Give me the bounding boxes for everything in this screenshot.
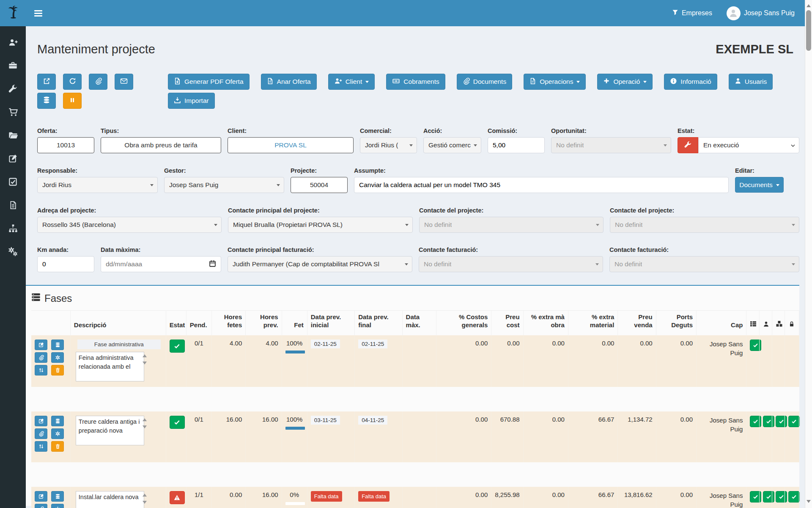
row-settings-button[interactable] (51, 428, 64, 439)
falta-data-badge[interactable]: Falta data (358, 491, 390, 502)
sidebar-item-clients[interactable] (0, 31, 26, 55)
stepper-arrows[interactable] (143, 491, 147, 506)
estat-wrench-button[interactable] (678, 137, 698, 153)
scroll-up-arrow[interactable] (807, 2, 811, 7)
check-button[interactable] (788, 416, 800, 427)
row-database-button[interactable] (51, 416, 64, 426)
costos-value: 0.00 (436, 487, 491, 508)
data-final-chip[interactable]: 04-11-25 (358, 416, 387, 425)
sidebar-item-compres[interactable] (0, 101, 26, 124)
client-field[interactable]: PROVA SL (228, 137, 354, 153)
check-button[interactable] (788, 491, 800, 502)
hores-fetes-value: 0.00 (212, 487, 246, 508)
estat-select[interactable]: En execució (698, 137, 799, 153)
sidebar-toggle-button[interactable] (34, 10, 42, 17)
attach-button[interactable] (89, 74, 107, 90)
caret-down-icon (365, 81, 369, 85)
data-maxima-input[interactable]: dd/mm/aaaa (101, 256, 221, 272)
row-attach-button[interactable] (35, 428, 47, 439)
comercial-select[interactable]: Jordi Rius ( (360, 137, 417, 153)
contacte-facturacio-1-label: Contacte facturació: (419, 246, 603, 253)
row-edit-button[interactable] (35, 416, 47, 426)
data-inicial-chip[interactable]: 02-11-25 (311, 340, 340, 348)
fase-description-textarea[interactable]: Treure caldera antiga i preparació nova (76, 416, 144, 445)
sidebar-item-tasques[interactable] (0, 171, 26, 194)
importar-button[interactable]: Importar (168, 93, 215, 109)
row-delete-button[interactable] (51, 365, 64, 375)
sidebar-item-projectes[interactable] (0, 124, 26, 148)
vertical-scrollbar[interactable] (805, 0, 812, 508)
calendar-icon[interactable] (209, 260, 216, 269)
contacte-projecte-2-select[interactable]: No definit (610, 217, 799, 233)
row-sort-button[interactable] (35, 365, 47, 375)
row-sort-button[interactable] (35, 441, 47, 452)
contacte-facturacio-1-select[interactable]: No definit (419, 256, 603, 272)
generar-pdf-oferta-button[interactable]: Generar PDF Oferta (168, 74, 250, 90)
database-button[interactable] (37, 93, 56, 109)
pause-button[interactable] (63, 93, 82, 109)
cobraments-button[interactable]: Cobraments (386, 74, 445, 90)
oportunitat-select[interactable]: No definit (551, 137, 671, 153)
row-attach-button[interactable] (35, 352, 47, 363)
km-anada-input[interactable] (37, 256, 94, 272)
row-settings-button[interactable] (51, 352, 64, 363)
accio-select[interactable]: Gestió comercial (423, 137, 481, 153)
col-preu-cost: Preu cost (491, 311, 523, 335)
sidebar-item-edicio[interactable] (0, 148, 26, 171)
contacte-principal-facturacio-select[interactable]: Judith Permanyer (Cap de comptabilitat P… (228, 256, 412, 272)
estat-warning-button[interactable] (170, 491, 185, 504)
contacte-projecte-1-select[interactable]: No definit (419, 217, 604, 233)
app-logo[interactable] (0, 0, 26, 26)
scroll-down-arrow[interactable] (807, 500, 811, 505)
sidebar-item-documents[interactable] (0, 194, 26, 218)
sidebar-item-organitzacio[interactable] (0, 218, 26, 241)
hores-fetes-value: 16.00 (212, 411, 246, 462)
empreses-menu[interactable]: Empreses (672, 9, 712, 17)
fase-row-3: Instal.lar caldera nova 1/1 0.00 16.00 0… (31, 487, 799, 508)
data-final-chip[interactable]: 02-11-25 (358, 340, 387, 348)
nova-operacio-dropdown-button[interactable]: Operació (597, 74, 653, 90)
gestor-select[interactable]: Josep Sans Puig (164, 177, 284, 193)
scrollbar-thumb[interactable] (806, 10, 811, 51)
refresh-button[interactable] (63, 74, 82, 90)
estat-ok-button[interactable] (170, 416, 185, 429)
row-edit-button[interactable] (35, 340, 47, 350)
chevron-down-icon (790, 143, 796, 148)
sidebar-item-configuracio[interactable] (0, 241, 26, 264)
stepper-arrows[interactable] (143, 416, 147, 431)
client-dropdown-button[interactable]: Client (328, 74, 375, 90)
tipus-field[interactable]: Obra amb preus de tarifa (101, 137, 221, 153)
oferta-field[interactable]: 10013 (37, 137, 94, 153)
adreca-select[interactable]: Rossello 345 (Barcelona) (37, 217, 222, 233)
row-database-button[interactable] (51, 491, 64, 502)
editar-documents-dropdown[interactable]: Documents (735, 177, 784, 193)
usuaris-button[interactable]: Usuaris (729, 74, 773, 90)
email-button[interactable] (115, 74, 133, 90)
row-attach-button[interactable] (35, 504, 47, 508)
informacio-button[interactable]: Informació (664, 74, 717, 90)
share-button[interactable] (37, 74, 56, 90)
user-menu[interactable]: Josep Sans Puig (727, 6, 795, 20)
data-inicial-chip[interactable]: 03-11-25 (311, 416, 340, 425)
estat-ok-button[interactable] (170, 340, 185, 353)
documents-button[interactable]: Documents (457, 74, 512, 90)
contacte-principal-projecte-select[interactable]: Miquel Brualla (Propietari PROVA SL) (228, 217, 413, 233)
row-edit-button[interactable] (35, 491, 47, 502)
falta-data-badge[interactable]: Falta data (311, 491, 342, 502)
operacions-dropdown-button[interactable]: Operacions (524, 74, 586, 90)
row-delete-button[interactable] (51, 441, 64, 452)
sidebar-item-eines[interactable] (0, 78, 26, 101)
stepper-arrows[interactable] (143, 352, 147, 367)
responsable-select[interactable]: Jordi Rius (37, 177, 158, 193)
fases-table: Descripció Estat Pend. Hores fetes Hores… (31, 310, 799, 508)
fase-description-textarea[interactable]: Feina administrativa relacionada amb el (76, 352, 144, 381)
fase-description-textarea[interactable]: Instal.lar caldera nova (76, 491, 144, 508)
projecte-field[interactable]: 50004 (291, 177, 348, 193)
contacte-facturacio-2-select[interactable]: No definit (609, 256, 799, 272)
sidebar-item-feines[interactable] (0, 55, 26, 78)
row-settings-button[interactable] (51, 504, 64, 508)
row-database-button[interactable] (51, 340, 64, 350)
comissio-input[interactable] (488, 137, 545, 153)
anar-oferta-button[interactable]: Anar Oferta (261, 74, 317, 90)
assumpte-input[interactable] (354, 177, 729, 193)
